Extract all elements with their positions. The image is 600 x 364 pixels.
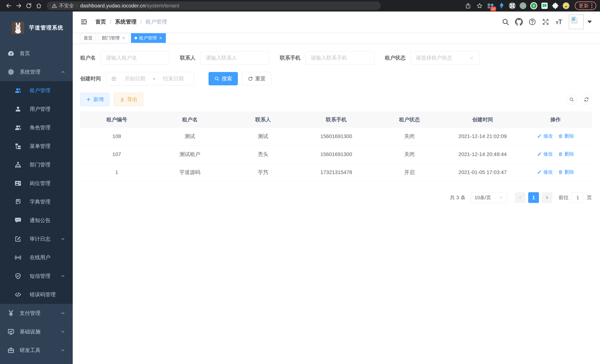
cell-contact: 测试 <box>226 127 300 145</box>
delete-link[interactable]: 删除 <box>558 133 574 139</box>
github-icon[interactable] <box>515 18 523 26</box>
extension-tv-icon[interactable]: 10 <box>486 1 495 10</box>
export-button[interactable]: 导出 <box>114 93 143 106</box>
active-dot <box>134 37 137 39</box>
not-secure-icon[interactable] <box>52 3 57 9</box>
tenant-name-input[interactable] <box>101 51 169 65</box>
edit-icon <box>537 170 542 175</box>
breadcrumb-home[interactable]: 首页 <box>95 18 106 26</box>
sidebar-collapse-icon[interactable] <box>80 18 88 26</box>
browser-reload-icon[interactable] <box>24 1 34 10</box>
sidebar-item-post[interactable]: 岗位管理 <box>0 174 73 193</box>
sidebar-item-home[interactable]: 首页 <box>0 44 73 63</box>
trash-icon <box>558 134 563 139</box>
edit-link[interactable]: 修改 <box>537 133 553 139</box>
close-icon[interactable] <box>159 36 162 40</box>
help-icon[interactable] <box>528 18 536 26</box>
col-mobile: 联系手机 <box>300 112 373 127</box>
security-label[interactable]: 不安全 <box>59 2 74 9</box>
extension-dot-icon[interactable] <box>518 1 528 10</box>
extension-y-icon[interactable]: Y <box>529 1 538 10</box>
extension-chat-icon[interactable] <box>540 1 549 10</box>
fullscreen-icon[interactable] <box>541 18 550 26</box>
bookmark-star-icon[interactable] <box>475 1 485 10</box>
close-icon[interactable] <box>122 36 125 40</box>
sidebar-menu: 首页 系统管理 租户管理 用户管理 角色管理 <box>0 44 73 360</box>
sidebar-item-sms[interactable]: 短信管理 <box>0 267 73 285</box>
status-select[interactable]: 请选择租户状态 <box>410 51 479 65</box>
table-header-row: 租户编号 租户名 联系人 联系手机 租户状态 创建时间 操作 <box>80 112 592 127</box>
edit-link[interactable]: 修改 <box>537 169 553 175</box>
sidebar-item-online-users[interactable]: 在线用户 <box>0 248 73 267</box>
sidebar-item-audit-log[interactable]: 审计日志 <box>0 230 73 248</box>
reset-button[interactable]: 重置 <box>242 72 271 85</box>
search-icon[interactable] <box>501 18 510 26</box>
table-row: 107 测试租户 秃头 15601691300 关闭 2021-12-14 20… <box>80 145 592 163</box>
field-label: 联系人 <box>180 54 196 61</box>
refresh-table-button[interactable] <box>581 94 592 105</box>
sidebar-item-menu[interactable]: 菜单管理 <box>0 137 73 156</box>
chrome-update-button[interactable]: 更新 <box>575 1 596 10</box>
browser-forward-icon[interactable] <box>14 1 24 10</box>
filter-status: 租户状态 请选择租户状态 <box>385 51 479 65</box>
sidebar-item-notice[interactable]: 通知公告 <box>0 211 73 230</box>
tab-tenant[interactable]: 租户管理 <box>131 33 166 43</box>
contact-input-native[interactable] <box>206 55 264 61</box>
page-size-select[interactable]: 10条/页 <box>471 192 507 203</box>
prev-page-button[interactable] <box>515 192 525 203</box>
extension-command-icon[interactable] <box>508 1 517 10</box>
contact-input[interactable] <box>200 51 269 65</box>
share-icon[interactable] <box>463 1 473 10</box>
sidebar-item-role[interactable]: 角色管理 <box>0 118 73 137</box>
next-page-button[interactable] <box>542 192 552 203</box>
url-host[interactable]: dashboard.yudao.iocoder.cn <box>80 3 145 9</box>
extensions-puzzle-icon[interactable] <box>551 1 560 10</box>
sidebar-item-system[interactable]: 系统管理 <box>0 63 73 81</box>
delete-link[interactable]: 删除 <box>558 169 574 175</box>
sidebar-item-payment[interactable]: 支付管理 <box>0 304 73 322</box>
add-button[interactable]: 新增 <box>80 93 110 106</box>
download-icon <box>120 97 125 102</box>
sidebar-item-tenant[interactable]: 租户管理 <box>0 81 73 100</box>
col-tenant-id: 租户编号 <box>80 112 153 127</box>
tenant-name-input-native[interactable] <box>106 55 164 61</box>
sidebar-item-label: 错误码管理 <box>30 291 56 298</box>
toggle-search-button[interactable] <box>566 94 577 105</box>
chrome-menu-icon[interactable] <box>591 3 592 8</box>
breadcrumb-system[interactable]: 系统管理 <box>115 18 137 26</box>
date-range-picker[interactable]: 开始日期 - 结束日期 <box>106 72 194 85</box>
goto-page-input[interactable] <box>572 192 584 203</box>
extension-kite-icon[interactable] <box>497 1 506 10</box>
tab-dept[interactable]: 部门管理 <box>98 33 129 43</box>
sidebar-item-infra[interactable]: 基础设施 <box>0 322 73 341</box>
sidebar-item-error-code[interactable]: 错误码管理 <box>0 285 73 304</box>
avatar[interactable] <box>569 14 584 29</box>
search-button[interactable]: 搜索 <box>208 72 238 85</box>
trash-icon <box>558 170 563 175</box>
table-settings <box>566 94 592 105</box>
sidebar-item-user[interactable]: 用户管理 <box>0 100 73 118</box>
font-size-icon[interactable] <box>555 18 563 26</box>
tab-home[interactable]: 首页 <box>80 33 96 43</box>
sidebar-item-dept[interactable]: 部门管理 <box>0 156 73 174</box>
chevron-down-icon <box>469 56 474 60</box>
edit-link[interactable]: 修改 <box>537 151 553 157</box>
url-path[interactable]: /system/tenant <box>145 3 179 9</box>
browser-home-icon[interactable] <box>34 1 44 10</box>
sidebar-item-dev-tools[interactable]: 研发工具 <box>0 341 73 360</box>
avatar-dropdown-icon[interactable] <box>587 21 592 23</box>
sidebar-item-label: 角色管理 <box>30 124 50 131</box>
page-number-1[interactable]: 1 <box>528 192 539 203</box>
delete-link[interactable]: 删除 <box>558 151 574 157</box>
sidebar-item-dict[interactable]: 字典管理 <box>0 193 73 211</box>
date-end-placeholder[interactable]: 结束日期 <box>158 75 189 82</box>
filter-tenant-name: 租户名 <box>80 51 169 65</box>
mobile-input-native[interactable] <box>311 55 369 61</box>
address-bar[interactable]: 不安全 dashboard.yudao.iocoder.cn/system/te… <box>47 1 381 10</box>
date-start-placeholder[interactable]: 开始日期 <box>120 75 150 82</box>
breadcrumb-current: 租户管理 <box>145 18 167 26</box>
gear-icon <box>7 68 15 75</box>
browser-back-icon[interactable] <box>4 1 14 10</box>
profile-emoji-icon[interactable] <box>562 1 571 10</box>
mobile-input[interactable] <box>305 51 375 65</box>
